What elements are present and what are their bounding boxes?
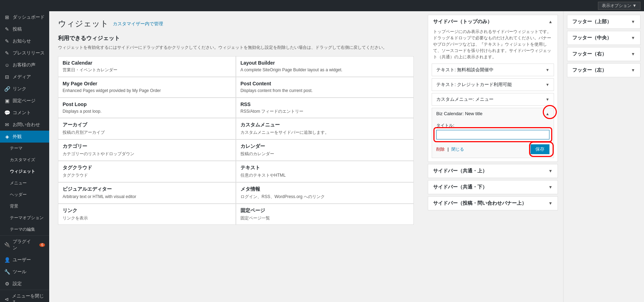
widget-item-links[interactable]: リンク リンクを表示: [58, 204, 236, 225]
widget-delete-link[interactable]: 削除: [436, 146, 445, 152]
sidebar-item-theme-edit[interactable]: テーマの編集: [0, 224, 49, 235]
sidebar-top-header[interactable]: サイドバー（トップのみ） ▲: [428, 15, 558, 28]
sidebar-item-label: お問い合わせ: [13, 122, 40, 128]
widget-expanded-header[interactable]: Biz Calendar: New title ▲: [432, 108, 554, 119]
page-title: ウィジェット: [58, 18, 109, 29]
sidebar-item-widgets[interactable]: ウィジェット: [0, 166, 49, 177]
widget-name: カレンダー: [236, 140, 413, 151]
dashboard-icon: ⊞: [4, 14, 10, 20]
footer-top-section: フッター（上部） ▼: [567, 15, 640, 29]
sidebar-item-media[interactable]: ⊟ メディア: [0, 71, 49, 83]
sidebar-item-customize[interactable]: カスタマイズ: [0, 154, 49, 166]
widget-item-layout-builder[interactable]: Layout Builder A complete SiteOrigin Pag…: [236, 56, 414, 77]
sidebar-item-customer[interactable]: ☺ お客様の声: [0, 59, 49, 71]
widget-desc: リンクを表示: [58, 215, 236, 225]
widget-save-button[interactable]: 保存: [530, 144, 549, 154]
sidebar-item-plugins[interactable]: 🔌 プラグイン 6: [0, 235, 49, 254]
far-right-panel: フッター（上部） ▼ フッター（中央） ▼ フッター（右） ▼ フッター（左） …: [563, 11, 644, 302]
chevron-up-icon: ▲: [548, 19, 553, 24]
sidebar-item-label: 背景: [10, 203, 18, 209]
sidebar-common-bottom-header[interactable]: サイドバー（共通・下） ▼: [428, 180, 558, 194]
widget-sub-header[interactable]: テキスト: クレジットカード利用可能 ▼: [432, 79, 554, 91]
sidebar-common-top-header[interactable]: サイドバー（共通・上） ▼: [428, 164, 558, 178]
widget-item-my-page-order[interactable]: My Page Order Enhanced Pages widget prov…: [58, 77, 236, 98]
sidebar-item-label: ウィジェット: [10, 169, 35, 175]
sidebar-item-tools[interactable]: 🔧 ツール: [0, 266, 49, 278]
sidebar-item-posts[interactable]: ✎ 投稿: [0, 23, 49, 35]
sidebar-item-header[interactable]: ヘッダー: [0, 189, 49, 201]
chevron-down-icon: ▼: [631, 52, 635, 57]
widget-desc: RSS/Atom フィードのエントリー: [236, 109, 413, 118]
widget-name: ビジュアルエディター: [58, 183, 236, 194]
widget-item-visual-editor[interactable]: ビジュアルエディター Arbitrary text or HTML with v…: [58, 182, 236, 204]
widget-item-post-content[interactable]: Post Content Displays content from the c…: [236, 77, 414, 98]
widget-item-archive[interactable]: アーカイブ 投稿の月別アーカイブ: [58, 118, 236, 139]
title-input-wrapper: 営業日カレンダー: [436, 130, 549, 139]
pages-icon: ▣: [4, 98, 10, 104]
footer-left-title: フッター（左）: [572, 67, 607, 73]
widget-desc: カテゴリーのリストやドロップダウン: [58, 151, 236, 160]
sidebar-item-notice[interactable]: ✎ お知らせ: [0, 35, 49, 47]
biz-calendar-expanded: Biz Calendar: New title ▲ タイトル: 営業日カレンダー: [432, 108, 554, 158]
widget-sub-menu: カスタムメニュー: メニュー ▼: [432, 93, 554, 106]
widget-item-tag-cloud[interactable]: タグクラウド タグクラウド: [58, 161, 236, 182]
right-panel: サイドバー（トップのみ） ▲ トップページにのみ表示されるサイドバーウィジェット…: [423, 11, 563, 302]
widget-sub-header[interactable]: テキスト: 無料相談会開催中 ▼: [432, 64, 554, 76]
widget-sub-header[interactable]: カスタムメニュー: メニュー ▼: [432, 93, 554, 105]
sidebar-post-header[interactable]: サイドバー（投稿・問い合わせバナー上） ▼: [428, 197, 558, 210]
widget-desc: 営業日・イベントカレンダー: [58, 67, 236, 77]
footer-left-header[interactable]: フッター（左） ▼: [567, 64, 640, 77]
widget-name: Post Loop: [58, 98, 236, 109]
sidebar-item-contact[interactable]: ✉ お問い合わせ: [0, 119, 49, 131]
widget-desc: タグクラウド: [58, 172, 236, 182]
sidebar-item-settings[interactable]: ⚙ 設定: [0, 278, 49, 290]
widget-desc: カスタムメニューをサイドバーに追加します。: [236, 130, 413, 139]
footer-right-header[interactable]: フッター（右） ▼: [567, 47, 640, 61]
footer-middle-header[interactable]: フッター（中央） ▼: [567, 31, 640, 45]
sidebar-item-bg[interactable]: 背景: [0, 201, 49, 212]
sidebar-item-users[interactable]: 👤 ユーザー: [0, 254, 49, 266]
widget-sub-name: カスタムメニュー: メニュー: [436, 96, 494, 103]
close-menu-icon: ⊲: [4, 296, 9, 302]
widget-expanded-biz-calendar: Biz Calendar: New title ▲ タイトル: 営業日カレンダー: [432, 108, 554, 158]
sidebar-item-label: カスタマイズ: [10, 157, 35, 163]
display-options-button[interactable]: 表示オプション ▼: [598, 2, 640, 10]
widget-item-post-loop[interactable]: Post Loop Displays a post loop.: [58, 98, 236, 118]
widget-grid: Biz Calendar 営業日・イベントカレンダー Layout Builde…: [58, 56, 414, 225]
widget-item-custom-menu[interactable]: カスタムメニュー カスタムメニューをサイドバーに追加します。: [236, 118, 414, 139]
widget-desc: Displays content from the current post.: [236, 88, 413, 97]
sidebar-item-theme-options[interactable]: テーマオプション: [0, 212, 49, 224]
widget-name: Biz Calendar: [58, 57, 236, 67]
content-area: ウィジェット カスタマイザー内で管理 利用できるウィジェット ウィジェットを有効…: [49, 11, 423, 302]
sidebar-item-links[interactable]: 🔗 リンク: [0, 83, 49, 95]
widget-title-input[interactable]: 営業日カレンダー: [436, 130, 549, 139]
sidebar-item-theme[interactable]: テーマ: [0, 143, 49, 154]
sidebar-item-label: メニューを閉じる: [12, 293, 45, 302]
sidebar-item-appearance[interactable]: ◈ 外観: [0, 131, 49, 143]
widget-item-meta[interactable]: メタ情報 ログイン、RSS、WordPress.org へのリンク: [236, 182, 414, 204]
widget-close-link[interactable]: 閉じる: [451, 146, 464, 152]
sidebar-item-close-menu[interactable]: ⊲ メニューを閉じる: [0, 290, 49, 302]
sidebar-item-label: テーマ: [10, 145, 22, 151]
sidebar-top-title: サイドバー（トップのみ）: [433, 19, 492, 25]
footer-middle-section: フッター（中央） ▼: [567, 31, 640, 45]
manage-in-customizer-link[interactable]: カスタマイザー内で管理: [113, 21, 163, 27]
widget-item-text[interactable]: テキスト 任意のテキストやHTML: [236, 161, 414, 182]
widget-item-calendar[interactable]: カレンダー 投稿のカレンダー: [236, 139, 414, 161]
widget-item-static-pages[interactable]: 固定ページ 固定ページ一覧: [236, 204, 414, 225]
plugins-icon: 🔌: [4, 242, 10, 248]
sidebar-item-pages[interactable]: ▣ 固定ページ: [0, 95, 49, 107]
sidebar-top-section: サイドバー（トップのみ） ▲ トップページにのみ表示されるサイドバーウィジェット…: [428, 15, 558, 162]
widget-desc: 任意のテキストやHTML: [236, 172, 413, 182]
sidebar-item-press[interactable]: ✎ プレスリリース: [0, 47, 49, 59]
footer-middle-title: フッター（中央）: [572, 35, 612, 41]
sidebar-item-comments[interactable]: 💬 コメント: [0, 107, 49, 119]
widget-title-label: タイトル:: [436, 123, 549, 129]
widget-item-biz-calendar[interactable]: Biz Calendar 営業日・イベントカレンダー: [58, 56, 236, 77]
comments-icon: 💬: [4, 110, 10, 116]
widget-item-category[interactable]: カテゴリー カテゴリーのリストやドロップダウン: [58, 139, 236, 161]
footer-top-header[interactable]: フッター（上部） ▼: [567, 15, 640, 28]
widget-item-rss[interactable]: RSS RSS/Atom フィードのエントリー: [236, 98, 414, 118]
sidebar-item-dashboard[interactable]: ⊞ ダッシュボード: [0, 11, 49, 23]
sidebar-item-menu[interactable]: メニュー: [0, 177, 49, 189]
